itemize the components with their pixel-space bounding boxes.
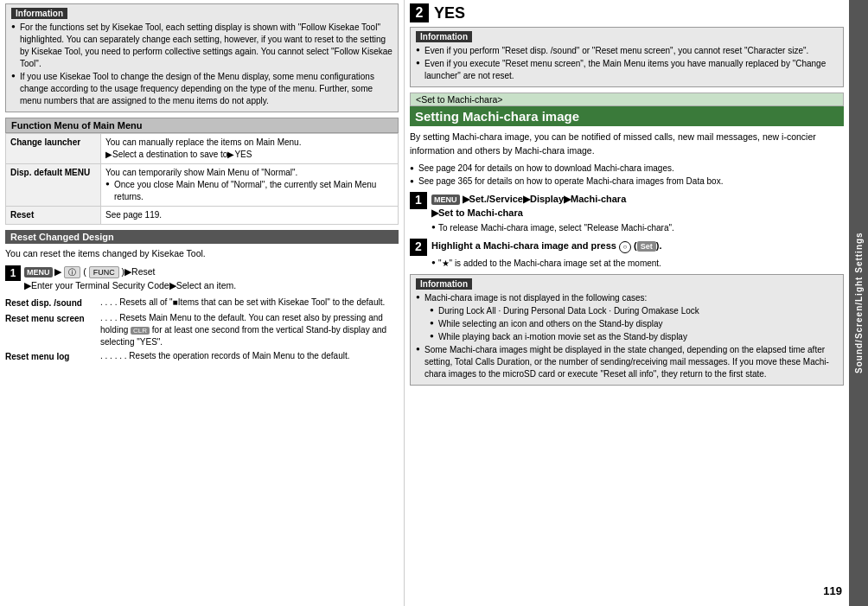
left-info-list: For the functions set by Kisekae Tool, e… <box>11 22 393 107</box>
menu-btn[interactable]: MENU <box>24 267 53 277</box>
machi-step-1-bullet: To release Machi-chara image, select "Re… <box>431 222 844 234</box>
step-1-box: 1 MENU ▶ ⓘ ( FUNC )▶Reset ▶Enter your Te… <box>5 265 399 293</box>
step-1-content: MENU ▶ ⓘ ( FUNC )▶Reset ▶Enter your Term… <box>24 265 236 293</box>
left-info-item-2: If you use Kisekae Tool to change the de… <box>11 71 393 107</box>
machi-menu-btn[interactable]: MENU <box>431 195 460 205</box>
func-label-btn[interactable]: FUNC <box>89 266 119 278</box>
machi-step-1-num: 1 <box>410 192 427 209</box>
reset-items: Reset disp. /sound . . . . Resets all of… <box>5 297 399 364</box>
reset-item-label-3: Reset menu log <box>5 350 100 364</box>
machi-set-label: <Set to Machi-chara> <box>410 92 844 106</box>
table-row: Change launcher You can manually replace… <box>6 134 399 164</box>
func-sub-1: ▶Select a destination to save to▶YES <box>105 150 252 159</box>
set-btn-close: ). <box>656 240 662 251</box>
right-info-box-2: Information Machi-chara image is not dis… <box>410 274 844 386</box>
step-1-num: 1 <box>5 265 21 281</box>
machi-step-2: 2 Highlight a Machi-chara image and pres… <box>410 239 844 270</box>
left-column: Information For the functions set by Kis… <box>0 0 405 606</box>
func-icon[interactable]: ⓘ <box>64 266 80 278</box>
right-info-item-1: Even if you perform "Reset disp. /sound"… <box>416 45 838 57</box>
step-1-line2: ▶Enter your Terminal Security Code▶Selec… <box>24 280 236 290</box>
func-label-1: Change launcher <box>6 134 101 164</box>
machi-step-text2: ▶Set to Machi-chara <box>431 207 523 218</box>
func-desc-1: You can manually replace the items on Ma… <box>101 134 399 164</box>
set-btn[interactable]: Set <box>637 241 656 252</box>
reset-item-label-1: Reset disp. /sound <box>5 297 100 310</box>
reset-item-desc-1: . . . . Resets all of "■Items that can b… <box>100 297 399 310</box>
yes-text: YES <box>434 4 465 22</box>
right-info-list-2: Machi-chara image is not displayed in th… <box>416 292 838 380</box>
func-menu-table: Change launcher You can manually replace… <box>5 133 399 225</box>
machi-step-1-content: MENU ▶Set./Service▶Display▶Machi-chara ▶… <box>431 192 626 220</box>
yes-num: 2 <box>410 3 429 22</box>
reset-item-desc-3: . . . . . . Resets the operation records… <box>100 350 399 364</box>
table-row: Disp. default MENU You can temporarily s… <box>6 164 399 207</box>
step-close: )▶Reset <box>122 266 156 277</box>
func-label-2: Disp. default MENU <box>6 164 101 207</box>
func-sub-bullet: ● Once you close Main Menu of "Normal", … <box>105 179 393 203</box>
left-info-header: Information <box>11 8 67 19</box>
func-label-3: Reset <box>6 207 101 225</box>
reset-item-row-1: Reset disp. /sound . . . . Resets all of… <box>5 297 399 310</box>
reset-item-label-2: Reset menu screen <box>5 312 100 348</box>
machi-step-2-num: 2 <box>410 239 427 256</box>
yes-heading: 2 YES <box>410 3 844 22</box>
clr-btn[interactable]: CLR <box>131 327 150 335</box>
left-info-item-1: For the functions set by Kisekae Tool, e… <box>11 22 393 70</box>
reset-item-row-3: Reset menu log . . . . . . Resets the op… <box>5 350 399 364</box>
step-1-line: 1 MENU ▶ ⓘ ( FUNC )▶Reset ▶Enter your Te… <box>5 265 399 293</box>
right-info-header-2: Information <box>416 278 472 290</box>
machi-step-text1: ▶Set./Service▶Display▶Machi-chara <box>463 194 627 204</box>
right-info-item-2: Even if you execute "Reset menu screen",… <box>416 58 838 82</box>
reset-header: Reset Changed Design <box>5 230 399 244</box>
machi-title: Setting Machi-chara image <box>410 106 844 126</box>
machi-bullet-2: See page 365 for details on how to opera… <box>410 175 844 188</box>
machi-bullet-1: See page 204 for details on how to downl… <box>410 162 844 175</box>
right-info-item-b2: Some Machi-chara images might be display… <box>416 344 838 380</box>
right-info-sub-1: During Lock All · During Personal Data L… <box>430 305 838 317</box>
machi-step-2-header: 2 Highlight a Machi-chara image and pres… <box>410 239 844 256</box>
machi-step-2-detail: "★" is added to the Machi-chara image se… <box>410 258 844 270</box>
right-info-item-b1: Machi-chara image is not displayed in th… <box>416 292 838 343</box>
reset-item-row-2: Reset menu screen . . . . Resets Main Me… <box>5 312 399 348</box>
right-info-sub-3: While playing back an i-motion movie set… <box>430 331 838 343</box>
reset-item-desc-2: . . . . Resets Main Menu to the default.… <box>100 312 399 348</box>
machi-step-2-bullet: "★" is added to the Machi-chara image se… <box>431 258 844 270</box>
right-info-header-1: Information <box>416 31 472 42</box>
step-arrow: ▶ <box>54 266 61 277</box>
step-arrow2: ( <box>83 266 86 277</box>
circle-btn[interactable]: ○ <box>619 241 631 253</box>
func-desc-2: You can temporarily show Main Menu of "N… <box>101 164 399 207</box>
machi-step-1-detail: To release Machi-chara image, select "Re… <box>410 222 844 234</box>
page-number: 119 <box>823 584 842 597</box>
right-info-sub-2: While selecting an icon and others on th… <box>430 318 838 330</box>
side-tab: Sound/Screen/Light Settings <box>849 0 868 606</box>
right-column: 2 YES Information Even if you perform "R… <box>405 0 849 606</box>
machi-bullet-list: See page 204 for details on how to downl… <box>410 162 844 188</box>
machi-intro: By setting Machi-chara image, you can be… <box>410 131 844 158</box>
machi-step-1: 1 MENU ▶Set./Service▶Display▶Machi-chara… <box>410 192 844 234</box>
func-desc-3: See page 119. <box>101 207 399 225</box>
right-info-list-1: Even if you perform "Reset disp. /sound"… <box>416 45 838 82</box>
reset-intro: You can reset the items changed by Kisek… <box>5 247 399 261</box>
table-row: Reset See page 119. <box>6 207 399 225</box>
func-menu-header: Function Menu of Main Menu <box>5 118 399 133</box>
right-info-box-1: Information Even if you perform "Reset d… <box>410 27 844 87</box>
machi-step-2-content: Highlight a Machi-chara image and press … <box>431 239 662 253</box>
machi-step-1-header: 1 MENU ▶Set./Service▶Display▶Machi-chara… <box>410 192 844 220</box>
left-info-box: Information For the functions set by Kis… <box>5 3 399 112</box>
